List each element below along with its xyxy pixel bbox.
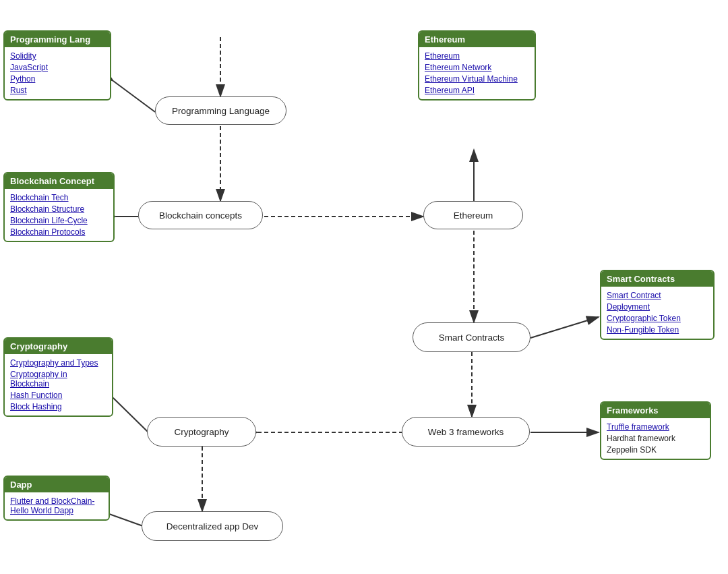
dapp-body: Flutter and BlockChain-Hello World Dapp (5, 492, 109, 519)
ethereum-api-link[interactable]: Ethereum API (425, 86, 529, 95)
hash-function-link[interactable]: Hash Function (10, 391, 107, 400)
dapp-box: Dapp Flutter and BlockChain-Hello World … (3, 476, 110, 521)
svg-line-3 (113, 81, 155, 112)
svg-line-13 (113, 398, 148, 432)
blockchain-protocols-link[interactable]: Blockchain Protocols (10, 227, 108, 237)
cryptography-header: Cryptography (5, 339, 112, 354)
dapp-node: Decentralized app Dev (142, 511, 283, 541)
programming-lang-box: Programming Lang Solidity JavaScript Pyt… (3, 30, 111, 101)
ethereum-vm-link[interactable]: Ethereum Virtual Machine (425, 74, 529, 84)
ethereum-link[interactable]: Ethereum (425, 51, 529, 61)
web3-frameworks-node: Web 3 frameworks (402, 417, 530, 447)
cryptography-box: Cryptography Cryptography and Types Cryp… (3, 337, 113, 417)
rust-link[interactable]: Rust (10, 86, 104, 95)
diagram-container: Programming Lang Solidity JavaScript Pyt… (0, 0, 728, 574)
nft-link[interactable]: Non-Fungible Token (607, 325, 708, 335)
frameworks-box: Frameworks Truffle framework Hardhat fra… (600, 401, 711, 460)
crypto-blockchain-link[interactable]: Cryptography in Blockchain (10, 370, 107, 389)
smart-contracts-box: Smart Contracts Smart Contract Deploymen… (600, 270, 715, 340)
crypto-token-link[interactable]: Cryptographic Token (607, 314, 708, 323)
truffle-link[interactable]: Truffle framework (607, 422, 704, 432)
zeppelin-link[interactable]: Zeppelin SDK (607, 445, 704, 455)
hardhat-link[interactable]: Hardhat framework (607, 434, 704, 443)
svg-line-15 (109, 514, 145, 527)
blockchain-concept-header: Blockchain Concept (5, 173, 113, 189)
dapp-header: Dapp (5, 477, 109, 492)
crypto-types-link[interactable]: Cryptography and Types (10, 358, 107, 368)
javascript-link[interactable]: JavaScript (10, 63, 104, 72)
blockchain-tech-link[interactable]: Blockchain Tech (10, 193, 108, 202)
ethereum-body: Ethereum Ethereum Network Ethereum Virtu… (419, 47, 535, 99)
deployment-link[interactable]: Deployment (607, 302, 708, 312)
smart-contract-link[interactable]: Smart Contract (607, 291, 708, 300)
ethereum-box: Ethereum Ethereum Ethereum Network Ether… (418, 30, 536, 101)
ethereum-header: Ethereum (419, 32, 535, 47)
ethereum-node: Ethereum (423, 201, 523, 229)
ethereum-network-link[interactable]: Ethereum Network (425, 63, 529, 72)
programming-lang-header: Programming Lang (5, 32, 110, 47)
blockchain-lifecycle-link[interactable]: Blockchain Life-Cycle (10, 216, 108, 225)
python-link[interactable]: Python (10, 74, 104, 84)
cryptography-node: Cryptography (147, 417, 256, 447)
blockchain-concept-box: Blockchain Concept Blockchain Tech Block… (3, 172, 115, 242)
frameworks-body: Truffle framework Hardhat framework Zepp… (601, 418, 710, 459)
programming-language-node: Programming Language (155, 96, 286, 125)
smart-contracts-header: Smart Contracts (601, 271, 713, 287)
blockchain-structure-link[interactable]: Blockchain Structure (10, 204, 108, 214)
blockchain-concepts-node: Blockchain concepts (138, 201, 263, 229)
smart-contracts-node: Smart Contracts (413, 322, 530, 352)
blockchain-concept-body: Blockchain Tech Blockchain Structure Blo… (5, 189, 113, 241)
programming-lang-body: Solidity JavaScript Python Rust (5, 47, 110, 99)
flutter-link[interactable]: Flutter and BlockChain-Hello World Dapp (10, 496, 103, 515)
cryptography-body: Cryptography and Types Cryptography in B… (5, 354, 112, 415)
smart-contracts-body: Smart Contract Deployment Cryptographic … (601, 287, 713, 339)
svg-line-9 (530, 317, 599, 338)
solidity-link[interactable]: Solidity (10, 51, 104, 61)
block-hashing-link[interactable]: Block Hashing (10, 402, 107, 411)
frameworks-header: Frameworks (601, 403, 710, 418)
